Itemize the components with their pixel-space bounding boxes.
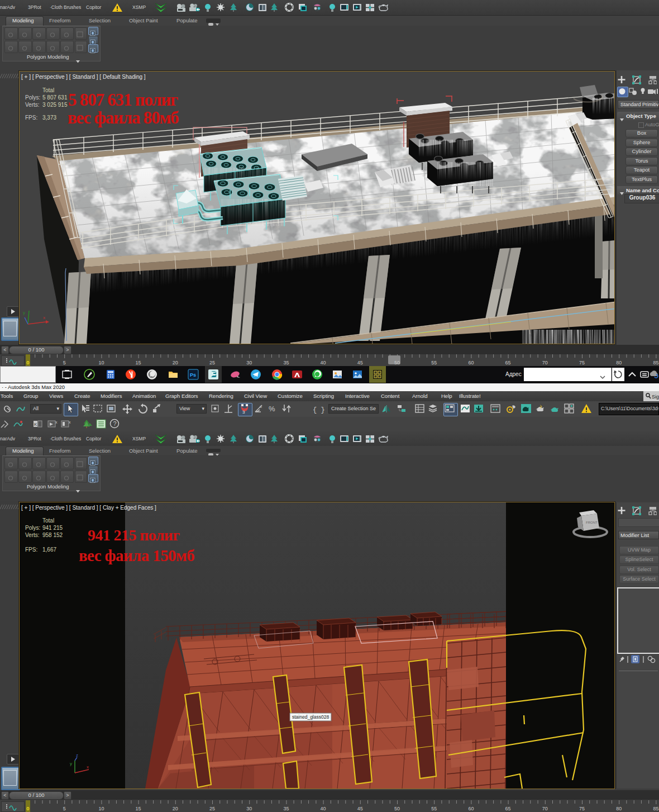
svg-text:60: 60 (468, 806, 474, 811)
svg-text:%: % (269, 405, 275, 413)
svg-text:40: 40 (321, 360, 326, 365)
svg-text:45: 45 (357, 360, 363, 365)
svg-text:Verts:: Verts: (25, 102, 40, 108)
svg-text:5 807 631: 5 807 631 (42, 94, 68, 101)
svg-text:Polys:: Polys: (25, 525, 40, 531)
svg-text:K: K (34, 422, 37, 427)
svg-text:3: 3 (242, 410, 245, 415)
svg-text:10: 10 (98, 806, 104, 811)
svg-text:55: 55 (431, 360, 437, 365)
svg-text:{ }: { } (313, 406, 325, 414)
svg-text:Sig: Sig (652, 394, 659, 400)
svg-text:65: 65 (505, 806, 511, 811)
svg-text:x: x (55, 420, 58, 424)
svg-text:40: 40 (321, 806, 326, 811)
svg-text:20: 20 (173, 806, 178, 811)
svg-text:60: 60 (468, 360, 474, 365)
svg-text:o: o (260, 405, 262, 409)
svg-text:x: x (87, 764, 89, 770)
svg-text:70: 70 (542, 806, 548, 811)
svg-text:[ + ] [ Perspective ] [ Standa: [ + ] [ Perspective ] [ Standard ] [ Cla… (21, 505, 156, 511)
svg-text:5: 5 (63, 806, 66, 811)
svg-text:x: x (69, 420, 71, 424)
svg-text:75: 75 (579, 360, 585, 365)
svg-text:85: 85 (653, 806, 658, 811)
svg-text:1,667: 1,667 (42, 547, 56, 553)
svg-text:FPS:: FPS: (25, 115, 37, 121)
svg-text:55: 55 (431, 806, 437, 811)
svg-text:50: 50 (394, 360, 400, 365)
svg-text:stained_glass028: stained_glass028 (292, 714, 329, 720)
svg-text:FPS:: FPS: (25, 547, 37, 553)
svg-text:75: 75 (579, 806, 585, 811)
svg-text:50: 50 (394, 806, 400, 811)
svg-text:5: 5 (63, 360, 66, 365)
svg-text:70: 70 (542, 360, 548, 365)
svg-text:25: 25 (209, 806, 215, 811)
svg-text:958 152: 958 152 (42, 532, 63, 538)
svg-text:80: 80 (616, 806, 622, 811)
svg-text:x: x (43, 315, 45, 320)
svg-text:30: 30 (246, 360, 252, 365)
svg-text:35: 35 (283, 806, 289, 811)
svg-text:?: ? (113, 420, 117, 427)
svg-text:z: z (76, 753, 78, 758)
svg-text:15: 15 (136, 806, 141, 811)
svg-text:25: 25 (209, 360, 215, 365)
svg-text:35: 35 (283, 360, 289, 365)
svg-text:Total: Total (42, 87, 54, 93)
svg-text:y: y (23, 310, 25, 315)
svg-text:Total: Total (42, 517, 54, 524)
svg-text:10: 10 (98, 360, 104, 365)
svg-text:y: y (70, 761, 72, 766)
svg-text:941 215: 941 215 (42, 525, 63, 531)
svg-text:[ + ] [ Perspective ] [ Standa: [ + ] [ Perspective ] [ Standard ] [ Def… (21, 74, 146, 80)
svg-text:3 025 915: 3 025 915 (42, 102, 68, 108)
svg-text:3,373: 3,373 (42, 115, 56, 121)
svg-text:80: 80 (616, 360, 622, 365)
svg-text:85: 85 (653, 360, 658, 365)
svg-text:45: 45 (357, 806, 363, 811)
svg-text:20: 20 (173, 360, 178, 365)
svg-text:15: 15 (136, 360, 141, 365)
svg-text:Ps: Ps (190, 372, 196, 378)
svg-text:30: 30 (246, 806, 252, 811)
svg-text:FRONT: FRONT (586, 521, 598, 524)
svg-text:65: 65 (505, 360, 511, 365)
svg-text:Polys:: Polys: (25, 94, 40, 101)
svg-text:Verts:: Verts: (25, 532, 40, 538)
